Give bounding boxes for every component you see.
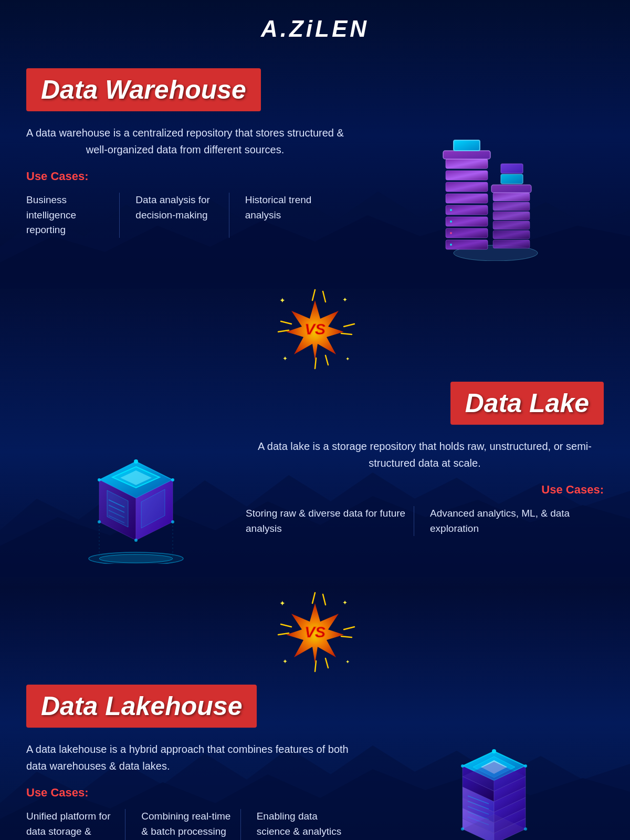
dw-left-panel: A data warehouse is a centralized reposi… [26,124,344,238]
svg-point-11 [450,209,452,211]
dw-title-bar: Data Warehouse [26,68,261,111]
dlh-title: Data Lakehouse [41,691,242,721]
dlh-use-case-2: Combining real-time & batch processing [131,809,246,840]
svg-rect-17 [493,221,530,229]
dlh-use-case-3: Enabling data science & analytics across… [246,809,361,840]
vs-badge-1: ✦ ✦ ✦ ✦ VS [0,298,630,361]
data-lakehouse-section: Data Lakehouse A data lakehouse is a hyb… [0,669,630,840]
data-warehouse-section: Data Warehouse A data warehouse is a cen… [0,52,630,292]
vs-badge-2: ✦ ✦ ✦ ✦ VS [0,601,630,664]
data-lake-section: Data Lake [0,366,630,595]
dw-description: A data warehouse is a centralized reposi… [26,124,344,158]
vs-text-2: VS [304,623,326,641]
svg-rect-7 [446,171,488,180]
svg-rect-6 [446,182,488,192]
vs-text-1: VS [304,320,326,338]
dlh-left-panel: A data lakehouse is a hybrid approach th… [26,741,361,840]
dl-content: A data lake is a storage repository that… [26,438,604,564]
dw-use-cases-row: Business intelligence reporting Data ana… [26,193,344,238]
svg-rect-10 [454,140,480,151]
dl-use-cases-row: Storing raw & diverse data for future an… [246,506,604,536]
svg-point-14 [450,244,452,246]
svg-rect-22 [501,174,523,184]
dl-illustration [26,438,246,564]
svg-point-13 [450,232,452,234]
dl-use-case-1: Storing raw & diverse data for future an… [246,506,419,536]
dl-cube-svg [78,438,194,564]
svg-rect-15 [493,240,530,248]
dlh-server-svg [426,741,562,840]
logo: A.ZiLEN [0,16,630,42]
page-header: A.ZiLEN [0,0,630,52]
svg-rect-9 [443,151,490,159]
dl-title: Data Lake [465,388,589,418]
svg-point-97 [461,827,464,831]
dw-use-case-2: Data analysis for decision-making [125,193,234,238]
svg-rect-16 [493,230,530,239]
dw-use-cases-label: Use Cases: [26,170,344,183]
dw-server-svg [404,124,561,261]
dlh-use-cases-label: Use Cases: [26,786,361,800]
svg-point-50 [98,478,101,481]
svg-rect-21 [491,185,531,193]
dl-use-cases-label: Use Cases: [246,483,604,497]
dl-description: A data lake is a storage repository that… [246,438,604,471]
svg-point-94 [461,764,464,768]
dw-use-case-3: Historical trend analysis [235,193,344,238]
dl-use-case-2: Advanced analytics, ML, & data explorati… [419,506,604,536]
dl-title-bar: Data Lake [26,382,604,425]
dlh-use-case-1: Unified platform for data storage & anal… [26,809,131,840]
dlh-use-cases-row: Unified platform for data storage & anal… [26,809,361,840]
dw-use-case-1: Business intelligence reporting [26,193,125,238]
dlh-description: A data lakehouse is a hybrid approach th… [26,741,361,774]
dw-illustration [361,124,604,261]
svg-rect-19 [493,202,530,211]
svg-rect-18 [493,212,530,220]
svg-point-51 [171,478,174,481]
svg-point-52 [134,459,138,464]
dw-title: Data Warehouse [41,75,246,105]
svg-point-96 [492,749,496,753]
svg-rect-5 [446,194,488,203]
svg-point-53 [134,539,138,542]
svg-point-38 [99,554,173,563]
dlh-illustration [384,741,604,840]
dl-right-panel: A data lake is a storage repository that… [246,438,604,536]
logo-text: A.ZiLEN [261,16,369,41]
svg-rect-8 [446,159,488,169]
dlh-title-bar: Data Lakehouse [26,685,257,728]
svg-point-98 [524,827,527,831]
dlh-content: A data lakehouse is a hybrid approach th… [26,741,604,840]
svg-rect-23 [501,164,523,173]
dw-content: A data warehouse is a centralized reposi… [26,124,604,261]
svg-rect-20 [493,193,530,201]
svg-point-12 [450,220,452,223]
svg-point-95 [524,764,527,768]
